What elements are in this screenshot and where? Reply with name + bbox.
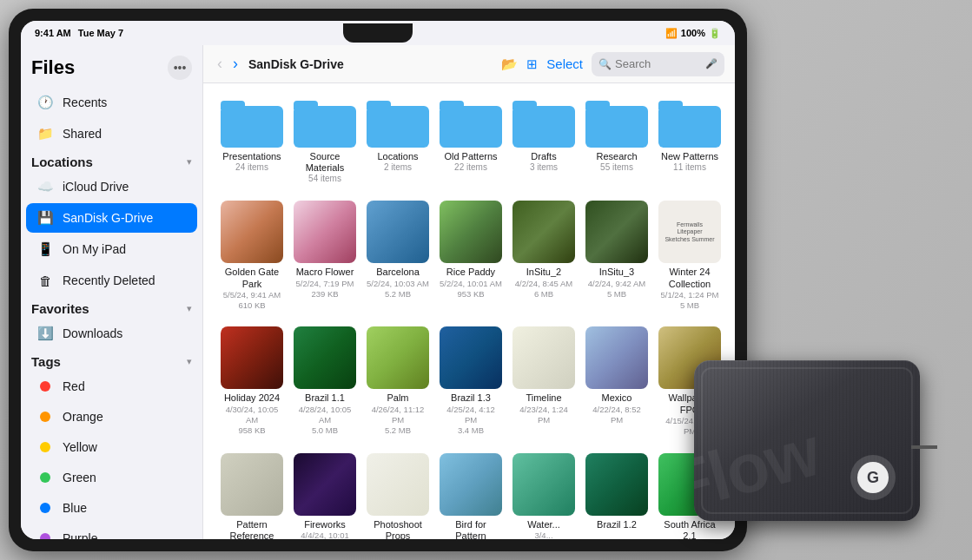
folder-count: 55 items bbox=[600, 162, 633, 172]
favorites-section-header[interactable]: Favorites ▾ bbox=[21, 296, 202, 318]
file-thumbnail bbox=[512, 326, 575, 389]
file-thumbnail bbox=[512, 453, 575, 516]
folder-item[interactable]: Old Patterns 22 items bbox=[436, 94, 506, 187]
folder-icon bbox=[658, 97, 721, 148]
tag-label: Red bbox=[63, 379, 187, 393]
folder-name: New Patterns bbox=[661, 151, 718, 162]
file-meta: 5/2/24, 10:03 AM5.2 MB bbox=[367, 279, 429, 300]
sandisk-icon: 💾 bbox=[36, 209, 54, 227]
toolbar-nav: ‹ › bbox=[214, 53, 241, 75]
folder-item[interactable]: Locations 2 items bbox=[363, 94, 433, 187]
folder-item[interactable]: Source Materials 54 items bbox=[290, 94, 360, 187]
file-item[interactable]: Brazil 1.3 4/25/24, 4:12 PM3.4 MB bbox=[436, 323, 506, 440]
status-bar: 9:41 AM Tue May 7 📶 100% 🔋 bbox=[21, 21, 735, 45]
file-item[interactable]: InSitu_3 4/2/24, 9:42 AM5 MB bbox=[582, 197, 651, 314]
file-item[interactable]: Brazil 1.2 bbox=[582, 450, 651, 540]
search-bar[interactable]: 🔍 🎤 bbox=[592, 52, 724, 76]
folder-body bbox=[367, 106, 429, 148]
tag-color-dot bbox=[36, 408, 54, 425]
sidebar-more-button[interactable]: ••• bbox=[168, 56, 192, 80]
file-item[interactable]: Palm 4/26/24, 11:12 PM5.2 MB bbox=[363, 323, 433, 440]
sidebar-item-downloads[interactable]: ⬇️ Downloads bbox=[26, 319, 197, 348]
folder-item[interactable]: Drafts 3 items bbox=[509, 94, 579, 187]
folder-count: 54 items bbox=[308, 174, 341, 183]
tags-list: Red Orange Yellow Green Blue Purple Gray bbox=[21, 371, 202, 539]
file-name: Photoshoot Props bbox=[367, 519, 429, 540]
sidebar-item-tag-yellow[interactable]: Yellow bbox=[26, 432, 197, 462]
downloads-icon: ⬇️ bbox=[36, 325, 54, 342]
file-name: Brazil 1.1 bbox=[305, 392, 345, 404]
folder-add-icon: 📂 bbox=[501, 56, 518, 72]
sidebar-item-tag-purple[interactable]: Purple bbox=[26, 524, 197, 539]
file-item[interactable]: Water... 3/4... bbox=[509, 450, 579, 540]
sidebar-item-shared[interactable]: 📁 Shared bbox=[26, 119, 197, 148]
file-thumbnail bbox=[512, 201, 575, 263]
sidebar-item-icloud[interactable]: ☁️ iCloud Drive bbox=[26, 172, 197, 201]
scene: 9:41 AM Tue May 7 📶 100% 🔋 Files ••• bbox=[0, 0, 972, 560]
files-grid: Golden Gate Park 5/5/24, 9:41 AM610 KB M… bbox=[217, 197, 721, 539]
file-item[interactable]: Rice Paddy 5/2/24, 10:01 AM953 KB bbox=[436, 197, 506, 314]
grid-view-button[interactable]: ⊞ bbox=[526, 56, 538, 72]
sidebar-item-tag-red[interactable]: Red bbox=[26, 372, 197, 401]
sidebar-item-sandisk[interactable]: 💾 SanDisk G-Drive bbox=[26, 203, 197, 233]
file-thumbnail bbox=[585, 453, 648, 516]
locations-section-header[interactable]: Locations ▾ bbox=[21, 149, 202, 171]
file-item[interactable]: Holiday 2024 4/30/24, 10:05 AM958 KB bbox=[217, 323, 287, 440]
file-name: Water... bbox=[527, 519, 560, 530]
sidebar-item-on-my-ipad[interactable]: 📱 On My iPad bbox=[26, 234, 197, 264]
sidebar-item-recents[interactable]: 🕐 Recents bbox=[26, 88, 197, 117]
sidebar-item-tag-orange[interactable]: Orange bbox=[26, 402, 197, 432]
sidebar-item-tag-green[interactable]: Green bbox=[26, 463, 197, 492]
folder-name: Research bbox=[596, 151, 637, 162]
folder-item[interactable]: Research 55 items bbox=[582, 94, 651, 187]
file-thumbnail bbox=[585, 326, 648, 389]
search-input[interactable] bbox=[615, 57, 702, 70]
tag-label: Blue bbox=[63, 501, 187, 515]
locations-section-label: Locations bbox=[31, 155, 93, 169]
status-date: Tue May 7 bbox=[78, 28, 123, 38]
file-item[interactable]: InSitu_2 4/2/24, 8:45 AM6 MB bbox=[509, 197, 579, 314]
gdrive-device: Flow G bbox=[694, 360, 937, 534]
file-thumbnail bbox=[221, 453, 283, 516]
folder-item[interactable]: Presentations 24 items bbox=[217, 94, 287, 187]
sidebar-item-tag-blue[interactable]: Blue bbox=[26, 493, 197, 523]
file-item[interactable]: Brazil 1.1 4/28/24, 10:05 AM5.0 MB bbox=[290, 323, 360, 440]
wifi-icon: 📶 bbox=[665, 28, 678, 39]
main-area: ‹ › SanDisk G-Drive 📂 ⊞ bbox=[203, 45, 735, 539]
folder-icon bbox=[294, 97, 356, 148]
select-button[interactable]: Select bbox=[546, 56, 583, 71]
file-item[interactable]: Pattern Reference 4/10/24, 1:23 PM51 KB bbox=[217, 450, 287, 540]
sidebar-header: Files ••• bbox=[21, 52, 202, 87]
file-name: Bird for Pattern bbox=[440, 519, 502, 540]
gdrive-logo-circle: G bbox=[850, 455, 896, 500]
file-item[interactable]: Bird for Pattern 3/18/24, 1:57 PM849 KB bbox=[436, 450, 506, 540]
file-name: Pattern Reference bbox=[221, 519, 283, 540]
recents-icon: 🕐 bbox=[36, 94, 54, 111]
file-item[interactable]: Fireworks 4/4/24, 10:01 PM378 KB bbox=[290, 450, 360, 540]
folder-item[interactable]: New Patterns 11 items bbox=[655, 94, 724, 187]
file-thumbnail bbox=[367, 201, 429, 263]
file-thumbnail bbox=[585, 201, 648, 263]
breadcrumb: SanDisk G-Drive bbox=[248, 57, 344, 71]
sidebar-item-recently-deleted[interactable]: 🗑 Recently Deleted bbox=[26, 266, 197, 295]
file-item[interactable]: Mexico 4/22/24, 8:52 PM bbox=[582, 323, 651, 440]
folder-body bbox=[221, 106, 283, 148]
forward-button[interactable]: › bbox=[229, 53, 241, 75]
tag-label: Yellow bbox=[63, 440, 187, 454]
file-name: Timeline bbox=[526, 392, 561, 404]
file-item[interactable]: Fernwalls Litepaper Sketches Summer Wint… bbox=[655, 197, 724, 314]
search-icon: 🔍 bbox=[598, 58, 612, 70]
file-item[interactable]: Photoshoot Props 3/21/24, 6:34 PM287 KB bbox=[363, 450, 433, 540]
file-item[interactable]: Macro Flower 5/2/24, 7:19 PM239 KB bbox=[290, 197, 360, 314]
file-meta: 5/2/24, 7:19 PM239 KB bbox=[295, 279, 354, 300]
file-item[interactable]: Barcelona 5/2/24, 10:03 AM5.2 MB bbox=[363, 197, 433, 314]
gdrive-logo-inner: G bbox=[857, 462, 889, 493]
tags-section-header[interactable]: Tags ▾ bbox=[21, 349, 202, 371]
file-item[interactable]: Timeline 4/23/24, 1:24 PM bbox=[509, 323, 579, 440]
back-button[interactable]: ‹ bbox=[214, 53, 226, 75]
tag-label: Purple bbox=[63, 531, 187, 539]
folder-add-button[interactable]: 📂 bbox=[501, 56, 518, 72]
favorites-section-label: Favorites bbox=[31, 301, 89, 316]
on-my-ipad-label: On My iPad bbox=[63, 242, 187, 256]
file-item[interactable]: Golden Gate Park 5/5/24, 9:41 AM610 KB bbox=[217, 197, 287, 314]
